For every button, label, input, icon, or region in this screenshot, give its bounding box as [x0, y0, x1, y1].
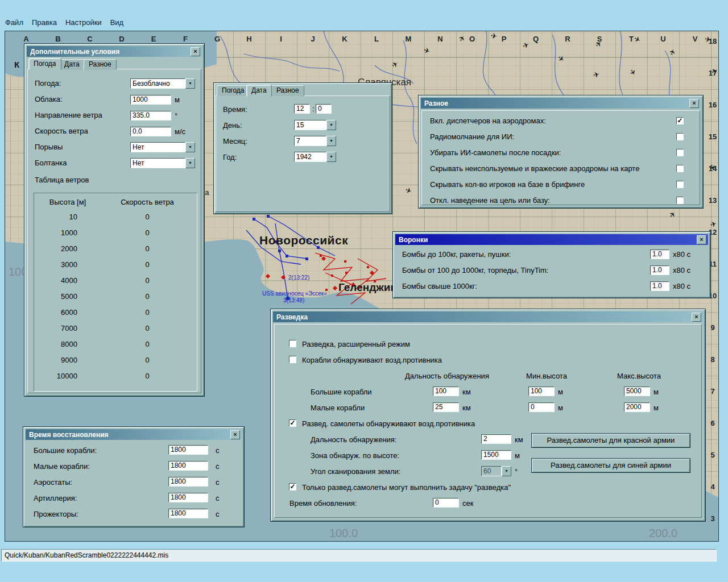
time-hour-input[interactable]: 12 — [294, 104, 310, 114]
tab-date[interactable]: Дата — [246, 85, 272, 97]
recon-small-min-input[interactable]: 0 — [528, 402, 555, 412]
wind-table-speed: 0 — [110, 308, 184, 317]
tab-weather[interactable]: Погода — [28, 58, 61, 70]
recovery-row-input[interactable]: 1800 — [168, 477, 208, 487]
recon-red-army-button[interactable]: Развед.самолеты для красной армии — [531, 433, 690, 448]
month-select[interactable]: 7 ▼ — [294, 136, 336, 146]
recon-big-range-input[interactable]: 100 — [433, 386, 459, 396]
turbulence-select[interactable]: Нет ▼ — [130, 158, 195, 168]
window-recon-titlebar[interactable]: Разведка × — [273, 311, 703, 322]
day-select[interactable]: 15 ▼ — [294, 120, 336, 130]
menu-view[interactable]: Вид — [110, 18, 124, 27]
recon-zone-input[interactable]: 1500 — [481, 450, 511, 460]
chevron-down-icon[interactable]: ▼ — [502, 466, 511, 476]
recovery-row-label: Малые корабли: — [34, 462, 90, 471]
window-title: Разведка — [276, 313, 692, 321]
recon-ships-checkbox[interactable] — [289, 356, 296, 363]
recon-big-ships-label: Большие корабли — [311, 388, 372, 396]
grid-letter: F — [180, 35, 191, 43]
wind-table-speed: 0 — [110, 340, 184, 348]
grid-letter: A — [21, 35, 31, 43]
recon-small-max-input[interactable]: 2000 — [624, 402, 650, 412]
tab-misc[interactable]: Разное — [84, 59, 117, 70]
unit-label: сек — [462, 499, 473, 508]
misc-option-checkbox[interactable] — [676, 149, 684, 156]
misc-option-checkbox[interactable] — [676, 165, 684, 172]
grid-letter: I — [276, 35, 286, 43]
recon-angle-value[interactable]: 60 — [481, 466, 502, 476]
misc-option-checkbox[interactable] — [676, 197, 684, 204]
wind-dir-input[interactable]: 335.0 — [130, 111, 171, 120]
year-value[interactable]: 1942 — [294, 152, 326, 162]
clouds-input[interactable]: 1000 — [130, 95, 171, 105]
time-minute-input[interactable]: 0 — [316, 104, 332, 114]
grid-letter: J — [308, 35, 318, 43]
recon-big-min-input[interactable]: 100 — [528, 386, 555, 396]
recovery-row-unit: с — [216, 494, 220, 502]
recon-only-checkbox[interactable]: ✓ — [289, 483, 296, 490]
wind-speed-input[interactable]: 0.0 — [130, 127, 171, 136]
misc-option-checkbox[interactable] — [676, 133, 684, 140]
close-icon[interactable]: × — [689, 99, 699, 108]
recon-planes-checkbox[interactable]: ✓ — [289, 419, 296, 427]
weather-select[interactable]: Безоблачно ▼ — [130, 78, 195, 89]
chevron-down-icon[interactable]: ▼ — [185, 158, 195, 168]
menu-settings[interactable]: Настройки — [65, 18, 102, 27]
recovery-row-input[interactable]: 1800 — [168, 445, 208, 455]
day-value[interactable]: 15 — [294, 120, 326, 130]
craters-row-input[interactable]: 1.0 — [650, 265, 669, 275]
unit-label: ° — [515, 467, 518, 476]
recon-angle-select[interactable]: 60 ▼ — [481, 466, 511, 476]
recon-small-range-input[interactable]: 25 — [433, 402, 459, 412]
menu-edit[interactable]: Правка — [32, 18, 57, 27]
tab-date[interactable]: Дата — [59, 59, 85, 70]
craters-row-input[interactable]: 1.0 — [650, 281, 669, 291]
turbulence-label: Болтанка — [35, 159, 67, 167]
weather-value[interactable]: Безоблачно — [130, 78, 185, 89]
aircraft-marker-icon[interactable]: ✈ — [490, 32, 498, 40]
gusts-select[interactable]: Нет ▼ — [130, 142, 195, 152]
tab-weather[interactable]: Погода — [217, 85, 250, 96]
wind-table-speed: 0 — [110, 260, 184, 269]
misc-option-checkbox[interactable]: ✓ — [676, 117, 684, 124]
craters-row-unit: х80 с — [673, 266, 690, 275]
grid-letter: L — [371, 35, 382, 43]
recon-update-input[interactable]: 0 — [433, 498, 459, 508]
recon-range-input[interactable]: 2 — [481, 434, 511, 444]
close-icon[interactable]: × — [692, 313, 701, 322]
year-select[interactable]: 1942 ▼ — [294, 152, 336, 162]
close-icon[interactable]: × — [697, 235, 706, 244]
turbulence-value[interactable]: Нет — [130, 158, 185, 168]
close-icon[interactable]: × — [230, 430, 240, 439]
chevron-down-icon[interactable]: ▼ — [185, 78, 195, 89]
month-value[interactable]: 7 — [294, 136, 326, 146]
recovery-row-input[interactable]: 1800 — [168, 461, 208, 471]
misc-option-label: Убирать ИИ-самолеты после посадки: — [430, 148, 561, 157]
window-conditions-titlebar[interactable]: Дополнительные условия × — [27, 46, 202, 57]
gusts-label: Порывы — [35, 143, 63, 151]
chevron-down-icon[interactable]: ▼ — [185, 142, 195, 152]
window-recovery-titlebar[interactable]: Время восстановления × — [26, 429, 242, 440]
menu-file[interactable]: Файл — [5, 18, 23, 27]
grid-letter: R — [562, 35, 573, 43]
recon-extended-checkbox[interactable] — [289, 340, 296, 347]
wind-speed-label: Скорость ветра — [35, 127, 88, 135]
grid-letter: K — [340, 35, 350, 43]
recon-blue-army-button[interactable]: Развед.самолеты для синей армии — [531, 458, 690, 473]
gusts-value[interactable]: Нет — [130, 142, 185, 152]
chevron-down-icon[interactable]: ▼ — [326, 136, 336, 146]
chevron-down-icon[interactable]: ▼ — [326, 152, 336, 162]
close-icon[interactable]: × — [191, 47, 200, 56]
wind-dir-label: Направление ветра — [35, 111, 102, 119]
recovery-row-input[interactable]: 1800 — [168, 493, 208, 502]
recon-big-max-input[interactable]: 5000 — [624, 386, 650, 396]
window-craters-titlebar[interactable]: Воронки × — [395, 234, 708, 245]
window-misc-titlebar[interactable]: Разное × — [421, 98, 701, 109]
misc-option-checkbox[interactable] — [676, 181, 684, 188]
craters-row-label: Бомбы свыше 1000кг: — [402, 282, 477, 290]
craters-row-input[interactable]: 1.0 — [650, 250, 669, 259]
recovery-row-input[interactable]: 1800 — [168, 509, 208, 518]
chevron-down-icon[interactable]: ▼ — [326, 120, 336, 130]
tab-misc[interactable]: Разное — [271, 85, 304, 96]
recovery-row-label: Артиллерия: — [34, 494, 77, 502]
